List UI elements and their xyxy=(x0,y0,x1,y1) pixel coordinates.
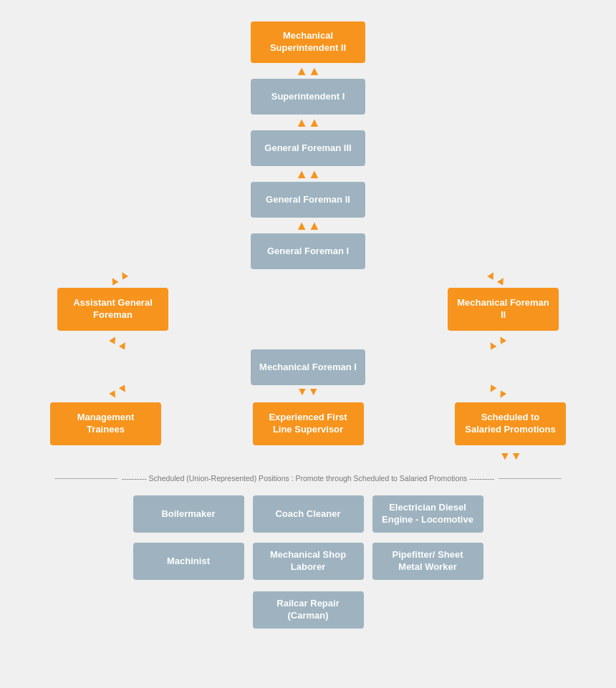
arrow-mf-right: ▲▲ xyxy=(484,382,509,403)
node-pipefitter: Pipefitter/ Sheet Metal Worker xyxy=(372,543,483,580)
arrow-mf-center: ▲▲ xyxy=(297,387,319,398)
node-mech-shop-laborer: Mechanical Shop Laborer xyxy=(253,543,364,580)
node-sched-salaried: Scheduled to Salaried Promotions xyxy=(455,402,566,445)
arrow-4: ▲▲ xyxy=(295,219,321,232)
node-gen-foreman2: General Foreman II xyxy=(251,182,365,218)
arrow-sched-down: ▲▲ xyxy=(499,451,522,462)
node-machinist: Machinist xyxy=(133,543,244,580)
node-mech-foreman1: Mechanical Foreman I xyxy=(251,349,365,385)
node-gen-foreman3: General Foreman III xyxy=(251,130,365,166)
node-mech-foreman2: Mechanical Foreman II xyxy=(448,288,559,331)
node-elec-diesel: Electrician Diesel Engine - Locomotive xyxy=(372,495,483,533)
arrow-3: ▲▲ xyxy=(295,168,321,180)
node-gen-foreman1: General Foreman I xyxy=(251,233,365,269)
arrow-mf-left: ▲▲ xyxy=(106,382,131,403)
arrow-left-conv: ▲▲ xyxy=(106,331,131,353)
arrow-1: ▲▲ xyxy=(295,64,321,77)
node-exp-line-supervisor: Experienced First Line Supervisor xyxy=(253,402,364,445)
arrow-right-branch: ▲▲ xyxy=(484,267,509,289)
divider-label: ---------- Scheduled (Union-Represented)… xyxy=(50,470,566,487)
arrow-2: ▲▲ xyxy=(295,116,321,129)
org-chart: Mechanical Superintendent II ▲▲ Superint… xyxy=(0,0,616,663)
node-asst-gen-foreman: Assistant General Foreman xyxy=(57,288,168,331)
arrow-left-branch: ▲▲ xyxy=(106,267,131,289)
node-mgmt-trainees: Management Trainees xyxy=(50,402,161,445)
node-coach-cleaner: Coach Cleaner xyxy=(253,495,364,533)
node-super1: Superintendent I xyxy=(251,79,365,115)
node-railcar: Railcar Repair (Carman) xyxy=(253,591,364,629)
node-mech-super: Mechanical Superintendent II xyxy=(251,21,365,63)
node-boilermaker: Boilermaker xyxy=(133,495,244,533)
arrow-right-conv: ▲▲ xyxy=(484,331,509,353)
